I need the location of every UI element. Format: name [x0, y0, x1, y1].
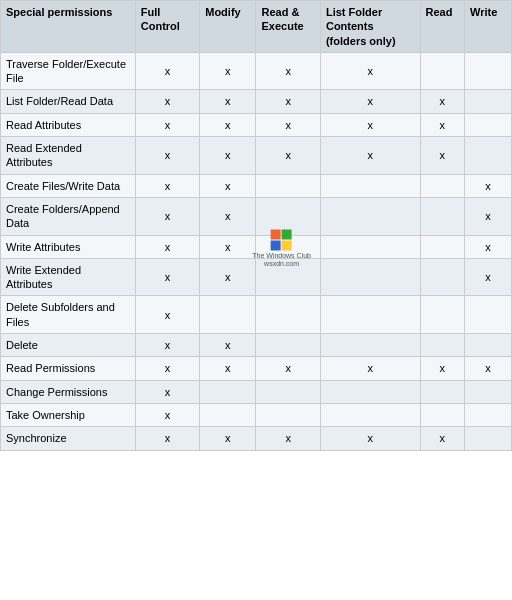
cell-modify: x: [200, 90, 256, 113]
cell-list-folder: [320, 258, 420, 296]
cell-modify: x: [200, 334, 256, 357]
cell-list-folder: x: [320, 113, 420, 136]
header-list-folder: List Folder Contents (folders only): [320, 1, 420, 53]
cell-full-control: x: [135, 296, 199, 334]
cell-write: [465, 403, 512, 426]
cell-read: [420, 403, 465, 426]
cell-list-folder: [320, 235, 420, 258]
cell-permission-name: Delete: [1, 334, 136, 357]
table-row: Create Folders/Append Dataxxx: [1, 197, 512, 235]
cell-modify: x: [200, 258, 256, 296]
cell-permission-name: Take Ownership: [1, 403, 136, 426]
cell-list-folder: [320, 403, 420, 426]
cell-permission-name: List Folder/Read Data: [1, 90, 136, 113]
cell-list-folder: x: [320, 52, 420, 90]
cell-modify: x: [200, 137, 256, 175]
cell-read-execute: x: [256, 357, 320, 380]
cell-modify: x: [200, 235, 256, 258]
cell-write: x: [465, 197, 512, 235]
cell-read-execute: x: [256, 90, 320, 113]
table-row: Take Ownershipx: [1, 403, 512, 426]
cell-read-execute: [256, 380, 320, 403]
cell-permission-name: Change Permissions: [1, 380, 136, 403]
cell-permission-name: Traverse Folder/Execute File: [1, 52, 136, 90]
cell-full-control: x: [135, 137, 199, 175]
table-row: Change Permissionsx: [1, 380, 512, 403]
cell-read-execute: x: [256, 113, 320, 136]
cell-read: x: [420, 427, 465, 450]
cell-list-folder: x: [320, 357, 420, 380]
cell-full-control: x: [135, 174, 199, 197]
cell-list-folder: x: [320, 137, 420, 175]
table-row: List Folder/Read Dataxxxxx: [1, 90, 512, 113]
cell-read-execute: x: [256, 137, 320, 175]
table-row: Write Extended Attributesxxx: [1, 258, 512, 296]
cell-permission-name: Create Folders/Append Data: [1, 197, 136, 235]
cell-read: x: [420, 113, 465, 136]
cell-modify: [200, 296, 256, 334]
header-write: Write: [465, 1, 512, 53]
table-row: Read Permissionsxxxxxx: [1, 357, 512, 380]
cell-modify: x: [200, 52, 256, 90]
header-special: Special permissions: [1, 1, 136, 53]
cell-list-folder: [320, 380, 420, 403]
cell-read: x: [420, 137, 465, 175]
cell-read: [420, 52, 465, 90]
cell-permission-name: Write Attributes: [1, 235, 136, 258]
cell-permission-name: Read Permissions: [1, 357, 136, 380]
cell-read: x: [420, 90, 465, 113]
table-row: Traverse Folder/Execute Filexxxx: [1, 52, 512, 90]
cell-permission-name: Synchronize: [1, 427, 136, 450]
cell-write: [465, 137, 512, 175]
cell-list-folder: x: [320, 427, 420, 450]
cell-permission-name: Write Extended Attributes: [1, 258, 136, 296]
cell-full-control: x: [135, 334, 199, 357]
cell-read: [420, 197, 465, 235]
cell-full-control: x: [135, 197, 199, 235]
cell-permission-name: Read Attributes: [1, 113, 136, 136]
cell-permission-name: Delete Subfolders and Files: [1, 296, 136, 334]
table-row: Write Attributesxxx: [1, 235, 512, 258]
cell-read-execute: [256, 334, 320, 357]
cell-read-execute: [256, 197, 320, 235]
cell-read: x: [420, 357, 465, 380]
permissions-table: Special permissions Full Control Modify …: [0, 0, 512, 451]
cell-modify: x: [200, 197, 256, 235]
cell-write: x: [465, 174, 512, 197]
cell-full-control: x: [135, 235, 199, 258]
cell-write: x: [465, 258, 512, 296]
header-read: Read: [420, 1, 465, 53]
cell-write: [465, 380, 512, 403]
cell-write: x: [465, 357, 512, 380]
cell-read: [420, 174, 465, 197]
cell-write: [465, 90, 512, 113]
cell-list-folder: x: [320, 90, 420, 113]
header-read-execute: Read & Execute: [256, 1, 320, 53]
cell-full-control: x: [135, 113, 199, 136]
cell-full-control: x: [135, 258, 199, 296]
cell-read-execute: [256, 235, 320, 258]
cell-read: [420, 258, 465, 296]
cell-modify: x: [200, 113, 256, 136]
cell-list-folder: [320, 296, 420, 334]
table-row: Read Extended Attributesxxxxx: [1, 137, 512, 175]
cell-modify: x: [200, 357, 256, 380]
cell-write: x: [465, 235, 512, 258]
cell-modify: x: [200, 174, 256, 197]
cell-permission-name: Read Extended Attributes: [1, 137, 136, 175]
cell-read-execute: x: [256, 427, 320, 450]
cell-write: [465, 296, 512, 334]
cell-list-folder: [320, 334, 420, 357]
cell-full-control: x: [135, 403, 199, 426]
cell-permission-name: Create Files/Write Data: [1, 174, 136, 197]
cell-list-folder: [320, 174, 420, 197]
table-row: Synchronizexxxxx: [1, 427, 512, 450]
cell-read: [420, 296, 465, 334]
cell-full-control: x: [135, 52, 199, 90]
cell-read-execute: [256, 296, 320, 334]
cell-modify: [200, 380, 256, 403]
table-row: Deletexx: [1, 334, 512, 357]
cell-read-execute: [256, 174, 320, 197]
cell-full-control: x: [135, 357, 199, 380]
cell-write: [465, 113, 512, 136]
